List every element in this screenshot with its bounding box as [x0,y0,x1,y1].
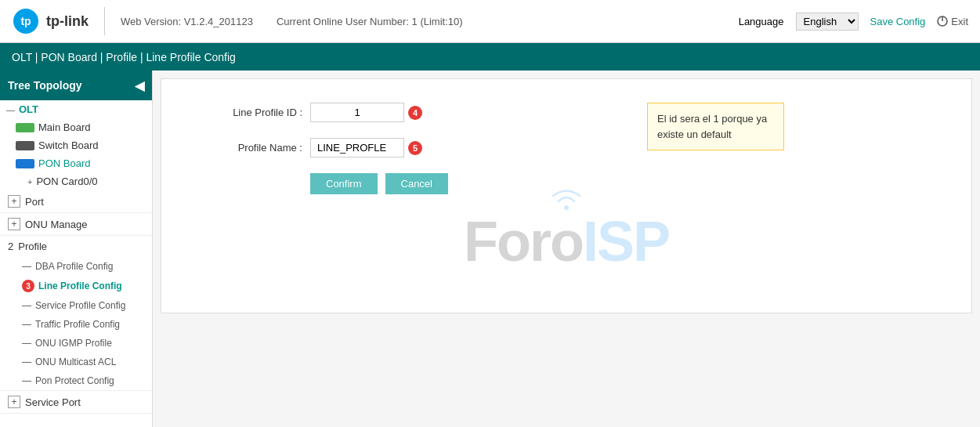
sub-menu-dba-profile[interactable]: — DBA Profile Config [0,257,152,276]
tree-item-poncard[interactable]: + PON Card0/0 [0,172,152,190]
svg-text:tp: tp [20,15,31,27]
profile-name-badge: 5 [408,141,422,155]
igmp-prefix: — [22,338,31,349]
web-version-label: Web Version: V1.2.4_201123 [121,16,253,27]
sub-menu-traffic-profile[interactable]: — Traffic Profile Config [0,315,152,334]
content-area: Line Profile ID : 4 Profile Name : 5 Con… [153,71,980,427]
protect-prefix: — [22,375,31,386]
sidebar-header: Tree Topology ◀ [0,71,152,100]
cancel-button[interactable]: Cancel [385,173,448,194]
switchboard-icon [16,141,34,150]
watermark-foro: Foro [464,210,583,273]
service-prefix: — [22,300,31,311]
profile-name-label: Profile Name : [177,142,302,154]
watermark: ForoISP [464,184,669,273]
mainboard-icon [16,123,34,132]
traffic-prefix: — [22,319,31,330]
sub-menu-onu-multicast[interactable]: — ONU Multicast ACL [0,353,152,371]
profile-label: Profile [18,241,47,252]
sub-menu-service-profile[interactable]: — Service Profile Config [0,296,152,315]
line-profile-id-badge: 4 [408,106,422,120]
line-profile-id-input[interactable] [310,103,404,122]
port-label: Port [25,196,44,208]
logo-area: tp tp-link [12,7,105,35]
menu-item-profile[interactable]: 2 Profile [0,236,152,257]
header-info: Web Version: V1.2.4_201123 Current Onlin… [121,16,739,27]
ponboard-icon [16,159,34,168]
exit-label: Exit [951,16,968,27]
minus-icon: — [6,105,15,114]
mainboard-label: Main Board [38,121,90,133]
service-port-expand-icon: + [8,396,20,408]
svg-point-4 [564,205,569,210]
tree-item-switchboard[interactable]: Switch Board [0,136,152,154]
onu-manage-expand-icon: + [8,218,20,230]
profile-name-input[interactable] [310,138,404,157]
collapse-arrow-icon[interactable]: ◀ [135,78,144,93]
sub-menu-line-profile[interactable]: 3 Line Profile Config [0,276,152,296]
tree-item-ponboard[interactable]: PON Board [0,154,152,172]
header-right: Language English Chinese Save Config Exi… [739,13,968,31]
sidebar: Tree Topology ◀ — OLT Main Board Switch … [0,71,153,427]
port-expand-icon: + [8,195,20,208]
breadcrumb-bar: OLT | PON Board | Profile | Line Profile… [0,43,980,71]
line-profile-id-row: Line Profile ID : 4 [177,103,956,122]
menu-section-profile: 2 Profile — DBA Profile Config 3 Line Pr… [0,236,152,391]
buttons-row: Confirm Cancel [310,173,956,194]
profile-name-row: Profile Name : 5 [177,138,956,157]
dba-prefix: — [22,261,31,272]
online-user-label: Current Online User Number: 1 (Limit:10) [277,16,463,27]
poncard-label: PON Card0/0 [36,176,97,187]
line-profile-id-label: Line Profile ID : [177,107,302,118]
save-config-link[interactable]: Save Config [870,16,926,27]
profile-badge: 2 [8,241,13,252]
onu-manage-label: ONU Manage [25,219,87,230]
sub-menu-onu-igmp[interactable]: — ONU IGMP Profile [0,334,152,353]
line-profile-badge: 3 [22,280,34,292]
tree-item-mainboard[interactable]: Main Board [0,118,152,136]
menu-item-service-port[interactable]: + Service Port [0,391,152,413]
menu-item-onu-manage[interactable]: + ONU Manage [0,213,152,235]
menu-section-port: + Port [0,190,152,213]
language-label: Language [739,16,784,27]
service-port-label: Service Port [25,396,81,408]
sub-menu-pon-protect[interactable]: — Pon Protect Config [0,371,152,390]
power-icon [937,16,948,27]
sidebar-title: Tree Topology [8,79,82,92]
breadcrumb: OLT | PON Board | Profile | Line Profile… [12,51,236,63]
switchboard-label: Switch Board [38,139,99,151]
confirm-button[interactable]: Confirm [310,173,378,194]
language-select[interactable]: English Chinese [796,13,859,31]
menu-item-port[interactable]: + Port [0,190,152,212]
main-layout: Tree Topology ◀ — OLT Main Board Switch … [0,71,980,427]
form-panel: Line Profile ID : 4 Profile Name : 5 Con… [161,78,972,313]
card-expand-icon: + [27,177,32,186]
menu-section-onu-manage: + ONU Manage [0,213,152,236]
watermark-isp: ISP [583,210,669,273]
tooltip-box: El id sera el 1 porque ya existe un defa… [647,103,784,150]
tooltip-text: El id sera el 1 porque ya existe un defa… [657,113,767,140]
exit-button[interactable]: Exit [937,16,968,27]
menu-section-service-port: + Service Port [0,391,152,414]
logo-text: tp-link [46,13,89,30]
ponboard-label: PON Board [38,157,90,169]
tree-item-olt[interactable]: — OLT [0,100,152,118]
header: tp tp-link Web Version: V1.2.4_201123 Cu… [0,0,980,43]
olt-label: OLT [19,103,38,115]
watermark-text: ForoISP [464,209,669,273]
multicast-prefix: — [22,356,31,367]
tp-link-logo-icon: tp [12,7,40,35]
